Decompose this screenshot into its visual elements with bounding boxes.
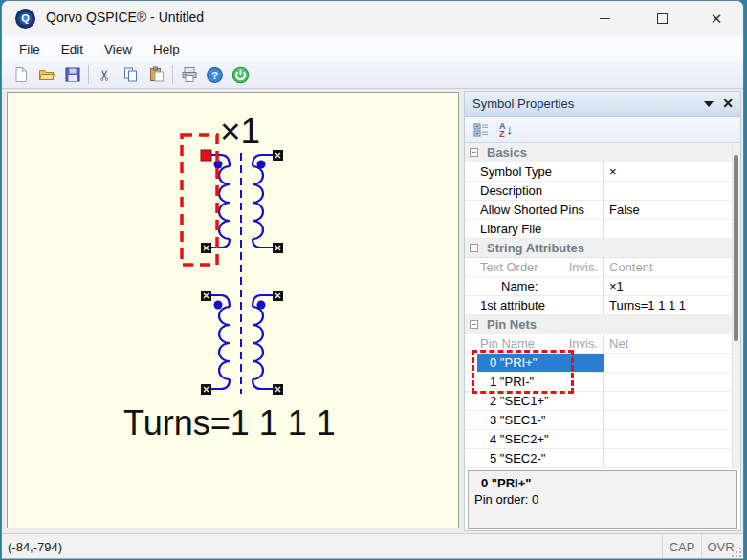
paste-button[interactable]: [143, 63, 169, 86]
collapse-icon[interactable]: −: [470, 148, 478, 157]
toolbar-separator: [88, 65, 89, 84]
property-row-library-file[interactable]: Library File: [465, 220, 740, 239]
new-file-icon: [12, 66, 30, 83]
polarity-dot: [257, 301, 266, 310]
run-button[interactable]: [228, 63, 253, 86]
symbol-properties-panel: Symbol Properties ✕: [464, 91, 741, 531]
pin-sec1-plus[interactable]: [201, 243, 211, 253]
column-header-row: Text OrderInvis. Content: [465, 258, 740, 277]
new-file-button[interactable]: [8, 63, 33, 86]
pin-row-sec2-plus[interactable]: 4 "SEC2+": [465, 430, 740, 449]
schematic-canvas[interactable]: ×1: [7, 92, 459, 528]
categorized-view-button[interactable]: [469, 119, 494, 140]
column-header-row: Pin NameInvis. Net: [465, 334, 740, 354]
copy-icon: [122, 66, 140, 83]
pin-row-pri-plus[interactable]: 0 "PRI+": [465, 354, 740, 373]
toolbar-separator: [172, 65, 173, 84]
pin[interactable]: [273, 291, 283, 301]
pin[interactable]: [201, 384, 211, 395]
polarity-dot: [257, 161, 266, 169]
title-bar[interactable]: Q Qorvo QSPICE® - Untitled ✕: [2, 1, 743, 36]
close-button[interactable]: ✕: [696, 5, 736, 32]
categorized-icon: [473, 122, 489, 138]
status-bar: (-84,-794) CAP OVR: [2, 533, 743, 559]
pin-sec1-minus[interactable]: [273, 243, 283, 253]
symbol-name-label[interactable]: ×1: [220, 112, 260, 151]
menu-help[interactable]: Help: [143, 42, 190, 56]
sort-az-icon: AZ ↓: [499, 122, 513, 138]
panel-header[interactable]: Symbol Properties ✕: [465, 92, 740, 117]
pin-row-sec2-minus[interactable]: 5 "SEC2-": [465, 449, 740, 468]
save-file-button[interactable]: [59, 63, 85, 86]
pin-row-sec1-plus[interactable]: 2 "SEC1+": [465, 392, 740, 411]
panel-scrollbar[interactable]: [732, 143, 740, 468]
minimize-button[interactable]: [584, 5, 625, 32]
turns-attribute-label[interactable]: Turns=1 1 1 1: [123, 403, 336, 442]
collapse-icon[interactable]: −: [470, 320, 478, 329]
pin-pri-plus-selected[interactable]: [201, 150, 211, 161]
app-window: Q Qorvo QSPICE® - Untitled ✕ File Edit V…: [1, 0, 744, 559]
detail-description: Pin order: 0: [474, 492, 731, 506]
panel-title: Symbol Properties: [472, 97, 574, 111]
menu-file[interactable]: File: [9, 42, 51, 56]
paste-icon: [148, 66, 165, 83]
resize-grip[interactable]: [732, 548, 741, 557]
save-file-icon: [64, 66, 81, 83]
svg-text:?: ?: [211, 68, 218, 80]
section-header-basics[interactable]: − Basics: [465, 143, 740, 162]
polarity-dot: [214, 301, 223, 310]
open-file-icon: [38, 66, 55, 83]
help-button[interactable]: ?: [202, 63, 228, 86]
pin[interactable]: [273, 384, 283, 395]
maximize-icon: [657, 13, 668, 24]
scrollbar-thumb[interactable]: [734, 155, 738, 341]
cursor-coordinates: (-84,-794): [8, 540, 62, 554]
panel-toolbar: AZ ↓: [465, 117, 740, 143]
property-row-allow-shorted-pins[interactable]: Allow Shorted Pins False: [465, 201, 740, 220]
window-title: Qorvo QSPICE® - Untitled: [46, 10, 204, 25]
print-icon: [181, 66, 198, 83]
property-row-name[interactable]: Name: ×1: [465, 277, 740, 296]
cut-button[interactable]: ✂: [92, 63, 118, 86]
property-grid: − Basics Symbol Type × Description Allow…: [465, 143, 740, 468]
cut-icon: ✂: [96, 68, 114, 80]
pin-sec2-plus[interactable]: [201, 291, 211, 301]
menu-bar: File Edit View Help: [2, 36, 743, 61]
copy-button[interactable]: [118, 63, 143, 86]
pin-row-sec1-minus[interactable]: 3 "SEC1-": [465, 411, 740, 430]
property-row-1st-attribute[interactable]: 1st attribute Turns=1 1 1 1: [465, 296, 740, 315]
maximize-button[interactable]: [642, 5, 682, 32]
detail-title: 0 "PRI+": [481, 476, 731, 490]
qorvo-logo-icon: Q: [15, 9, 35, 29]
schematic-drawing: ×1: [8, 93, 460, 529]
close-icon: ✕: [711, 11, 723, 28]
panel-dropdown-icon[interactable]: [704, 101, 714, 107]
collapse-icon[interactable]: −: [470, 244, 478, 252]
panel-close-icon[interactable]: ✕: [722, 96, 734, 111]
main-toolbar: ✂: [2, 61, 743, 89]
pin-pri-minus[interactable]: [273, 150, 283, 161]
open-file-button[interactable]: [33, 63, 59, 86]
help-icon: ?: [206, 66, 224, 84]
menu-view[interactable]: View: [94, 42, 143, 56]
section-header-string-attributes[interactable]: − String Attributes: [465, 239, 740, 258]
section-header-pin-nets[interactable]: − Pin Nets: [465, 315, 740, 334]
client-area: ×1: [2, 89, 743, 533]
property-row-symbol-type[interactable]: Symbol Type ×: [465, 162, 740, 182]
run-power-icon: [231, 66, 250, 84]
menu-edit[interactable]: Edit: [51, 42, 94, 56]
property-row-description[interactable]: Description: [465, 182, 740, 201]
minimize-icon: [600, 18, 610, 19]
property-description-box: 0 "PRI+" Pin order: 0: [468, 470, 737, 529]
desktop-background: Q Qorvo QSPICE® - Untitled ✕ File Edit V…: [0, 0, 747, 560]
caps-lock-indicator: CAP: [662, 534, 701, 559]
sort-alphabetical-button[interactable]: AZ ↓: [494, 119, 518, 140]
pin-row-pri-minus[interactable]: 1 "PRI-": [465, 373, 740, 392]
print-button[interactable]: [176, 63, 202, 86]
